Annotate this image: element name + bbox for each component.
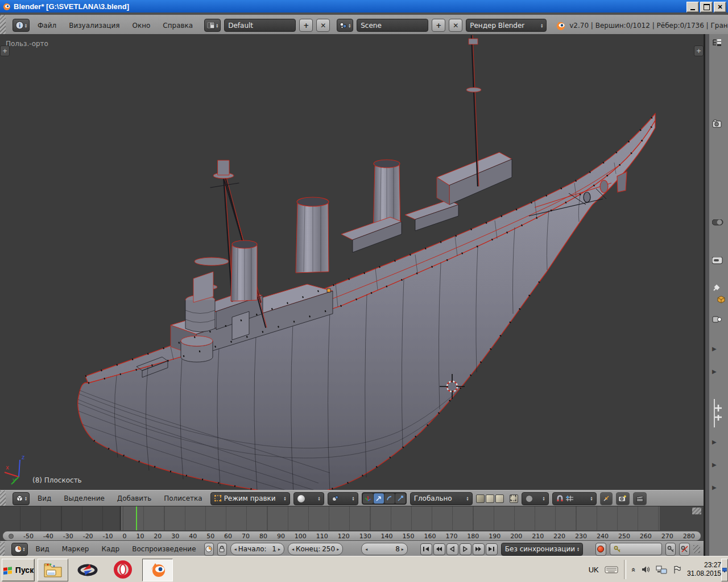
menu-frame[interactable]: Кадр [97, 545, 124, 553]
show-desktop-button[interactable] [721, 559, 728, 581]
transform-orientation-select[interactable]: Глобально ▴▾ [410, 492, 473, 505]
menu-view-timeline[interactable]: Вид [31, 545, 54, 553]
object-tab-icon[interactable] [717, 296, 726, 304]
scale-manipulator-button[interactable] [395, 493, 406, 504]
increment-icon[interactable]: ▸ [278, 547, 280, 552]
taskbar-opera-button[interactable] [108, 559, 138, 580]
menu-render[interactable]: Визуализация [64, 22, 124, 30]
timeline-editor[interactable]: -50-40-30-20-100102030405060708090100110… [0, 506, 704, 542]
volume-icon[interactable] [642, 566, 650, 573]
delete-scene-button[interactable]: ✕ [449, 19, 462, 32]
rotate-manipulator-button[interactable] [384, 493, 395, 504]
translate-manipulator-button[interactable] [374, 493, 384, 504]
render-engine-select[interactable]: Рендер Blender ▴▾ [466, 19, 547, 32]
editor-type-button-timeline[interactable]: ▴▾ [11, 543, 28, 556]
properties-region-expand-button[interactable]: + [694, 45, 704, 56]
panel-collapse-arrow[interactable]: ▶ [712, 484, 717, 490]
taskbar-blender-button[interactable] [142, 559, 173, 581]
delete-keyframe-button[interactable] [679, 543, 690, 556]
keying-set-field[interactable] [610, 543, 662, 555]
start-button[interactable]: Пуск [2, 559, 35, 581]
hidden-icons-chevron[interactable]: « [630, 567, 638, 571]
next-keyframe-button[interactable] [473, 543, 485, 555]
maximize-button[interactable] [700, 2, 713, 13]
menu-playback[interactable]: Воспроизведение [127, 545, 200, 553]
pin-icon[interactable] [712, 283, 722, 292]
lock-time-cursor-button[interactable] [217, 543, 227, 556]
add-layout-button[interactable]: + [299, 19, 313, 32]
toggle-pill-icon[interactable] [712, 219, 723, 226]
ship-model-wireframe[interactable] [0, 34, 704, 490]
menu-mesh[interactable]: Полисетка [159, 494, 206, 502]
snap-group[interactable]: ▴▾ [552, 492, 597, 505]
frame-end-field[interactable]: ◂ Конец: 250 ▸ [288, 543, 343, 555]
timeline-frame-scrubber[interactable]: -50-40-30-20-100102030405060708090100110… [2, 531, 701, 541]
opengl-render-button[interactable] [616, 492, 630, 505]
decrement-icon[interactable]: ◂ [292, 547, 294, 552]
opengl-render-anim-button[interactable] [633, 492, 647, 505]
delete-layout-button[interactable]: ✕ [316, 19, 330, 32]
jump-to-end-button[interactable] [486, 543, 498, 555]
taskbar-app-swirl-button[interactable] [73, 559, 102, 580]
edge-select-button[interactable] [486, 494, 494, 503]
use-preview-range-button[interactable] [204, 543, 214, 556]
modifier-tab-icon[interactable] [712, 315, 722, 323]
action-center-flag-icon[interactable] [673, 566, 681, 574]
language-indicator[interactable]: UK [589, 566, 599, 574]
previous-keyframe-button[interactable] [433, 543, 445, 555]
corner-grip[interactable] [0, 490, 6, 506]
panel-collapse-arrow[interactable]: ▶ [712, 368, 717, 375]
menu-view[interactable]: Вид [33, 494, 56, 502]
increment-icon[interactable]: ▸ [402, 547, 404, 552]
viewport-3d[interactable]: z x y Польз.-орто (8) Плоскость + + [0, 34, 704, 490]
interaction-mode-select[interactable]: Режим правки ▴▾ [210, 492, 290, 505]
screen-layout-icon-button[interactable]: ▴▾ [204, 19, 221, 32]
add-scene-button[interactable]: + [432, 19, 445, 32]
close-button[interactable]: ✕ [714, 2, 726, 13]
screen-layout-field[interactable]: Default [224, 19, 296, 32]
editor-type-button-3dview[interactable]: ▴▾ [13, 492, 30, 505]
scene-field[interactable]: Scene [357, 19, 428, 32]
tray-clock[interactable]: 23:27 31.08.2015 [687, 561, 721, 578]
play-reverse-button[interactable] [446, 543, 458, 555]
panel-collapse-arrow[interactable]: ▶ [712, 439, 717, 445]
menu-add[interactable]: Добавить [113, 494, 156, 502]
corner-grip[interactable] [0, 15, 6, 36]
network-icon[interactable] [656, 566, 667, 574]
current-frame-field[interactable]: ◂ 8 ▸ [361, 543, 408, 555]
face-select-button[interactable] [495, 494, 504, 503]
decrement-icon[interactable]: ◂ [234, 547, 237, 552]
av-sync-select[interactable]: Без синхронизации ▴▾ [501, 543, 583, 556]
menu-file[interactable]: Файл [33, 22, 61, 30]
jump-to-start-button[interactable] [420, 543, 432, 555]
manipulator-toggle-button[interactable] [363, 493, 373, 504]
menu-select[interactable]: Выделение [59, 494, 109, 502]
taskbar-explorer-button[interactable] [38, 559, 68, 581]
viewport-shading-select[interactable]: ▴▾ [293, 492, 324, 505]
toolshelf-expand-button[interactable]: + [0, 45, 10, 56]
editor-type-button-info[interactable]: i ▴▾ [13, 19, 30, 32]
insert-keyframe-button[interactable] [665, 543, 676, 556]
frame-start-field[interactable]: ◂ Начало: 1 ▸ [230, 543, 284, 555]
panel-collapse-arrow[interactable]: ▶ [712, 346, 717, 352]
vertex-select-button[interactable] [476, 494, 485, 503]
minimize-button[interactable] [686, 2, 699, 13]
timeline-playhead[interactable] [136, 506, 137, 530]
play-button[interactable] [460, 543, 471, 555]
corner-grip[interactable] [693, 545, 700, 553]
corner-grip[interactable] [0, 542, 5, 556]
corner-grip[interactable] [692, 508, 701, 514]
proportional-edit-select[interactable]: ▴▾ [522, 492, 549, 505]
pivot-point-select[interactable]: ▴▾ [328, 492, 358, 505]
auto-keyframe-button[interactable] [595, 543, 606, 556]
collapsed-properties-strip[interactable]: ▶ ▶ ▶ ▶ ▶ [704, 34, 728, 556]
menu-help[interactable]: Справка [158, 22, 197, 30]
window-titlebar[interactable]: Blender* [G:\SVETLANA\3.blend] ✕ [0, 0, 728, 13]
limit-to-visible-button[interactable] [510, 494, 518, 503]
decrement-icon[interactable]: ◂ [365, 547, 367, 552]
snap-target-button[interactable] [600, 492, 613, 505]
keyboard-icon[interactable] [605, 566, 618, 573]
panel-collapse-arrow[interactable]: ▶ [712, 462, 717, 468]
increment-icon[interactable]: ▸ [337, 547, 339, 552]
menu-window[interactable]: Окно [127, 22, 155, 30]
